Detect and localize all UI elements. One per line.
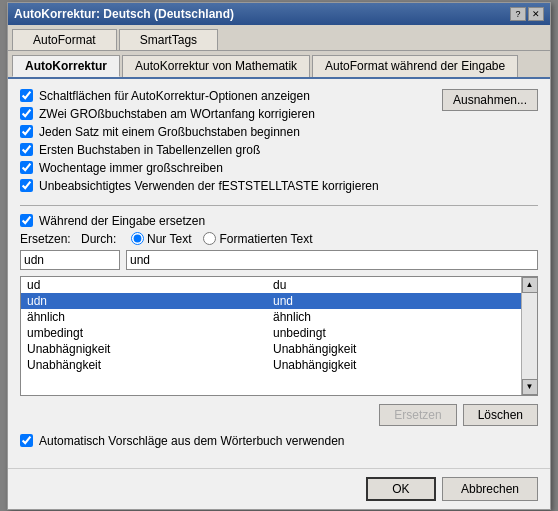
table-cell-col1: Unabhängkeit bbox=[25, 358, 271, 372]
table-row[interactable]: umbedingt unbedingt bbox=[21, 325, 521, 341]
scroll-up-button[interactable]: ▲ bbox=[522, 277, 538, 293]
help-button[interactable]: ? bbox=[510, 7, 526, 21]
tabs-top: AutoFormat SmartTags bbox=[8, 25, 550, 51]
table-row[interactable]: ud du bbox=[21, 277, 521, 293]
cb-ersten-buchstaben-label: Ersten Buchstaben in Tabellenzellen groß bbox=[39, 143, 260, 157]
table-cell-col1: umbedingt bbox=[25, 326, 271, 340]
radio-group: Nur Text Formatierten Text bbox=[131, 232, 313, 246]
table-row[interactable]: udn und bbox=[21, 293, 521, 309]
checkboxes-group: Schaltflächen für AutoKorrektur-Optionen… bbox=[20, 89, 434, 197]
loeschen-button[interactable]: Löschen bbox=[463, 404, 538, 426]
table-cell-col1: ud bbox=[25, 278, 271, 292]
cb-woerterbuch-label: Automatisch Vorschläge aus dem Wörterbuc… bbox=[39, 434, 345, 448]
cb-feststelltaste-label: Unbeabsichtigtes Verwenden der fESTSTELL… bbox=[39, 179, 379, 193]
table-cell-col2: du bbox=[271, 278, 517, 292]
cb-zwei-gross[interactable] bbox=[20, 107, 33, 120]
cb-schaltflaechen[interactable] bbox=[20, 89, 33, 102]
cb-ersten-buchstaben[interactable] bbox=[20, 143, 33, 156]
ersetzen-label: Ersetzen: bbox=[20, 232, 75, 246]
dialog-title: AutoKorrektur: Deutsch (Deutschland) bbox=[14, 7, 234, 21]
footer: OK Abbrechen bbox=[8, 468, 550, 509]
table-cell-col1: udn bbox=[25, 294, 271, 308]
close-button[interactable]: ✕ bbox=[528, 7, 544, 21]
cb-jeden-satz[interactable] bbox=[20, 125, 33, 138]
dialog: AutoKorrektur: Deutsch (Deutschland) ? ✕… bbox=[7, 2, 551, 510]
scrollbar[interactable]: ▲ ▼ bbox=[521, 277, 537, 395]
table-row[interactable]: ähnlich ähnlich bbox=[21, 309, 521, 325]
cb-woerterbuch[interactable] bbox=[20, 434, 33, 447]
scroll-track[interactable] bbox=[522, 293, 537, 379]
radio-nur-text[interactable]: Nur Text bbox=[131, 232, 191, 246]
table-cell-col2: und bbox=[271, 294, 517, 308]
radio-formatiert[interactable]: Formatierten Text bbox=[203, 232, 312, 246]
tab-math[interactable]: AutoKorrektur von Mathematik bbox=[122, 55, 310, 77]
replace-section: Während der Eingabe ersetzen Ersetzen: D… bbox=[20, 214, 538, 270]
checkbox-row-6: Unbeabsichtigtes Verwenden der fESTSTELL… bbox=[20, 179, 434, 193]
table-row[interactable]: Unabhägnigkeit Unabhängigkeit bbox=[21, 341, 521, 357]
cb-replace-row: Während der Eingabe ersetzen bbox=[20, 214, 538, 228]
checkboxes-section: Schaltflächen für AutoKorrektur-Optionen… bbox=[20, 89, 538, 197]
cb-waehrend-eingabe[interactable] bbox=[20, 214, 33, 227]
table-cell-col2: Unabhängigkeit bbox=[271, 342, 517, 356]
table-cell-col2: Unabhängigkeit bbox=[271, 358, 517, 372]
checkbox-row-2: ZWei GROßbuchstaben am WOrtanfang korrig… bbox=[20, 107, 434, 121]
table-cell-col2: ähnlich bbox=[271, 310, 517, 324]
tabs-main: AutoKorrektur AutoKorrektur von Mathemat… bbox=[8, 51, 550, 79]
cb-zwei-gross-label: ZWei GROßbuchstaben am WOrtanfang korrig… bbox=[39, 107, 315, 121]
cb-schaltflaechen-label: Schaltflächen für AutoKorrektur-Optionen… bbox=[39, 89, 310, 103]
durch-input[interactable] bbox=[126, 250, 538, 270]
ausnahmen-button[interactable]: Ausnahmen... bbox=[442, 89, 538, 111]
cb-feststelltaste[interactable] bbox=[20, 179, 33, 192]
replace-labels-row: Ersetzen: Durch: Nur Text Formatierten T… bbox=[20, 232, 538, 246]
cb-waehrend-eingabe-label: Während der Eingabe ersetzen bbox=[39, 214, 205, 228]
table-cell-col2: unbedingt bbox=[271, 326, 517, 340]
bottom-checkbox-row: Automatisch Vorschläge aus dem Wörterbuc… bbox=[20, 434, 538, 448]
cb-wochentage[interactable] bbox=[20, 161, 33, 174]
input-row bbox=[20, 250, 538, 270]
title-bar: AutoKorrektur: Deutsch (Deutschland) ? ✕ bbox=[8, 3, 550, 25]
cb-wochentage-label: Wochentage immer großschreiben bbox=[39, 161, 223, 175]
tab-autoformat-eingabe[interactable]: AutoFormat während der Eingabe bbox=[312, 55, 518, 77]
ok-button[interactable]: OK bbox=[366, 477, 436, 501]
durch-label: Durch: bbox=[81, 232, 121, 246]
table-cell-col1: Unabhägnigkeit bbox=[25, 342, 271, 356]
checkbox-row-1: Schaltflächen für AutoKorrektur-Optionen… bbox=[20, 89, 434, 103]
tab-autoformat[interactable]: AutoFormat bbox=[12, 29, 117, 50]
cb-jeden-satz-label: Jeden Satz mit einem Großbuchstaben begi… bbox=[39, 125, 300, 139]
table-cell-col1: ähnlich bbox=[25, 310, 271, 324]
separator-1 bbox=[20, 205, 538, 206]
table-list: ud du udn und ähnlich ähnlich umbedingt … bbox=[21, 277, 521, 395]
abbrechen-button[interactable]: Abbrechen bbox=[442, 477, 538, 501]
checkbox-row-4: Ersten Buchstaben in Tabellenzellen groß bbox=[20, 143, 434, 157]
ersetzen-input[interactable] bbox=[20, 250, 120, 270]
action-buttons-row: Ersetzen Löschen bbox=[20, 404, 538, 426]
scroll-down-button[interactable]: ▼ bbox=[522, 379, 538, 395]
title-bar-buttons: ? ✕ bbox=[510, 7, 544, 21]
checkbox-row-5: Wochentage immer großschreiben bbox=[20, 161, 434, 175]
tab-smarttags[interactable]: SmartTags bbox=[119, 29, 218, 50]
tab-autokorrektur[interactable]: AutoKorrektur bbox=[12, 55, 120, 77]
replace-table: ud du udn und ähnlich ähnlich umbedingt … bbox=[20, 276, 538, 396]
ersetzen-button[interactable]: Ersetzen bbox=[379, 404, 456, 426]
table-row[interactable]: Unabhängkeit Unabhängigkeit bbox=[21, 357, 521, 373]
checkbox-row-3: Jeden Satz mit einem Großbuchstaben begi… bbox=[20, 125, 434, 139]
content: Schaltflächen für AutoKorrektur-Optionen… bbox=[8, 79, 550, 468]
